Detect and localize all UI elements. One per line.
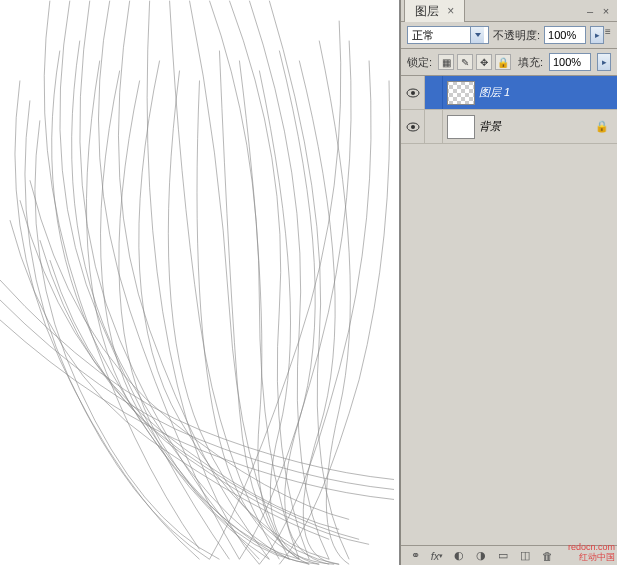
link-column[interactable] — [425, 76, 443, 109]
lock-label: 锁定: — [407, 55, 432, 70]
visibility-toggle[interactable] — [401, 76, 425, 109]
trash-icon[interactable]: 🗑 — [537, 548, 557, 564]
blend-mode-value: 正常 — [412, 28, 434, 43]
lock-all-icon[interactable]: 🔒 — [495, 54, 511, 70]
fill-value: 100% — [553, 56, 581, 68]
opacity-input[interactable]: 100% — [544, 26, 586, 44]
eye-icon — [406, 122, 420, 132]
fill-input[interactable]: 100% — [549, 53, 591, 71]
group-icon[interactable]: ▭ — [493, 548, 513, 564]
mask-icon[interactable]: ◐ — [449, 548, 469, 564]
link-layers-icon[interactable]: ⚭ — [405, 548, 425, 564]
close-icon[interactable]: × — [447, 4, 454, 18]
panel-tab-layers[interactable]: 图层 × — [404, 0, 465, 23]
layers-list: 图层 1 背景 🔒 — [401, 76, 617, 545]
svg-point-3 — [411, 125, 415, 129]
panel-tab-label: 图层 — [415, 4, 439, 18]
watermark: redocn.com 红动中国 — [568, 543, 615, 563]
eye-icon — [406, 88, 420, 98]
layer-row[interactable]: 图层 1 — [401, 76, 617, 110]
lock-paint-icon[interactable]: ✎ — [457, 54, 473, 70]
fx-icon[interactable]: fx▾ — [427, 548, 447, 564]
blend-mode-dropdown[interactable]: 正常 — [407, 26, 489, 44]
watermark-text: 红动中国 — [568, 553, 615, 563]
link-column[interactable] — [425, 110, 443, 143]
layers-panel: 图层 × – × 正常 不透明度: 100% 锁定: ▦ ✎ ✥ 🔒 填充: 1… — [400, 0, 617, 565]
layer-name: 背景 — [479, 119, 501, 134]
panel-window-controls: – × — [583, 6, 613, 16]
lock-icon: 🔒 — [595, 120, 609, 133]
canvas-artwork — [0, 0, 399, 565]
blend-opacity-row: 正常 不透明度: 100% — [401, 22, 617, 49]
layer-thumbnail[interactable] — [447, 81, 475, 105]
opacity-label: 不透明度: — [493, 28, 540, 43]
fill-flyout-icon[interactable] — [597, 53, 611, 71]
adjustment-icon[interactable]: ◑ — [471, 548, 491, 564]
canvas[interactable] — [0, 0, 400, 565]
fill-label: 填充: — [518, 55, 543, 70]
layer-row[interactable]: 背景 🔒 — [401, 110, 617, 144]
opacity-value: 100% — [548, 29, 576, 41]
layer-thumbnail[interactable] — [447, 115, 475, 139]
lock-fill-row: 锁定: ▦ ✎ ✥ 🔒 填充: 100% — [401, 49, 617, 76]
visibility-toggle[interactable] — [401, 110, 425, 143]
chevron-down-icon — [470, 27, 484, 43]
layer-name: 图层 1 — [479, 85, 510, 100]
new-layer-icon[interactable]: ◫ — [515, 548, 535, 564]
panel-menu-icon[interactable] — [601, 24, 615, 38]
svg-point-1 — [411, 91, 415, 95]
close-panel-icon[interactable]: × — [599, 6, 613, 16]
minimize-icon[interactable]: – — [583, 6, 597, 16]
panel-header: 图层 × – × — [401, 0, 617, 22]
lock-icons-group: ▦ ✎ ✥ 🔒 — [438, 54, 511, 70]
lock-position-icon[interactable]: ✥ — [476, 54, 492, 70]
lock-transparency-icon[interactable]: ▦ — [438, 54, 454, 70]
